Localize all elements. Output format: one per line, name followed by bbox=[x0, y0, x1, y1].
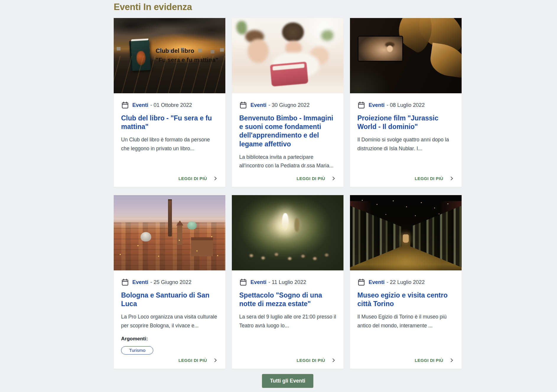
all-events-button[interactable]: Tutti gli Eventi bbox=[262, 374, 313, 388]
read-more-row[interactable]: LEGGI DI PIÙ bbox=[357, 173, 454, 181]
image-caption: Club del libro "Fu sera e fu mattina" bbox=[156, 46, 218, 65]
event-meta: Eventi - 08 Luglio 2022 bbox=[357, 101, 454, 109]
asinelli-tower-graphic bbox=[168, 200, 172, 236]
category-label[interactable]: Eventi bbox=[132, 102, 148, 108]
figure-graphic bbox=[282, 22, 304, 42]
event-image-bologna[interactable] bbox=[114, 195, 225, 270]
chevron-right-icon bbox=[213, 358, 218, 363]
calendar-icon bbox=[357, 101, 365, 109]
read-more-row[interactable]: LEGGI DI PIÙ bbox=[239, 355, 336, 363]
event-date: - 22 Luglio 2022 bbox=[387, 279, 425, 285]
read-more-link[interactable]: LEGGI DI PIÙ bbox=[415, 358, 443, 363]
read-more-row[interactable]: LEGGI DI PIÙ bbox=[121, 173, 218, 181]
event-image-jurassic-world[interactable] bbox=[350, 18, 462, 93]
calendar-icon bbox=[239, 278, 247, 286]
event-meta: Eventi - 25 Giugno 2022 bbox=[121, 278, 218, 286]
event-title-link[interactable]: Museo egizio e visita centro città Torin… bbox=[357, 291, 454, 308]
center-statue-graphic bbox=[403, 234, 409, 243]
topics-label: Argomenti: bbox=[121, 336, 218, 342]
event-excerpt: La sera del 9 luglio alle ore 21:00 pres… bbox=[239, 313, 336, 330]
event-image-sogno-notte-mezza-estate[interactable] bbox=[232, 195, 343, 270]
white-dome-graphic bbox=[141, 232, 151, 241]
bell-tower-graphic bbox=[177, 225, 182, 245]
event-excerpt: Il Dominio si svolge quattro anni dopo l… bbox=[357, 135, 454, 153]
read-more-link[interactable]: LEGGI DI PIÙ bbox=[178, 176, 207, 181]
dinosaur-claw-graphic bbox=[414, 18, 462, 53]
event-title-link[interactable]: Club del libro - "Fu sera e fu mattina" bbox=[121, 114, 218, 131]
event-card: Club del libro "Fu sera e fu mattina" Ev… bbox=[114, 18, 225, 187]
event-image-benvenuto-bimbo[interactable] bbox=[232, 18, 343, 93]
ceiling-lights-graphic bbox=[362, 200, 363, 201]
event-excerpt: Un Club del libro è formato da persone c… bbox=[121, 135, 218, 153]
topic-chip-turismo[interactable]: Turismo bbox=[121, 346, 153, 355]
read-more-link[interactable]: LEGGI DI PIÙ bbox=[297, 176, 325, 181]
event-excerpt: La biblioteca invita a partecipare all'i… bbox=[239, 153, 336, 170]
read-more-row[interactable]: LEGGI DI PIÙ bbox=[121, 355, 218, 363]
dinosaur-claw-graphic bbox=[391, 18, 443, 55]
read-more-link[interactable]: LEGGI DI PIÙ bbox=[297, 358, 325, 363]
category-label[interactable]: Eventi bbox=[369, 279, 385, 285]
plant-graphic bbox=[321, 30, 333, 41]
event-date: - 30 Giugno 2022 bbox=[268, 102, 310, 108]
event-card: Eventi - 08 Luglio 2022 Proiezione film … bbox=[350, 18, 462, 187]
ships-silhouette bbox=[117, 47, 120, 50]
calendar-icon bbox=[239, 101, 247, 109]
city-lights-graphic bbox=[120, 254, 121, 255]
calendar-icon bbox=[121, 101, 129, 109]
painting-figures-graphic bbox=[250, 254, 253, 257]
chevron-right-icon bbox=[331, 358, 336, 363]
event-meta: Eventi - 30 Giugno 2022 bbox=[239, 101, 336, 109]
event-date: - 08 Luglio 2022 bbox=[387, 102, 425, 108]
event-title-link[interactable]: Spettacolo "Sogno di una notte di mezza … bbox=[239, 291, 336, 308]
reading-book-graphic bbox=[270, 62, 308, 87]
featured-events-section: Eventi In evidenza Club del libro "Fu se… bbox=[114, 0, 462, 388]
vehicle-window-graphic bbox=[358, 36, 403, 62]
calendar-icon bbox=[121, 278, 129, 286]
event-date: - 25 Giugno 2022 bbox=[150, 279, 191, 285]
calendar-icon bbox=[357, 278, 365, 286]
read-more-row[interactable]: LEGGI DI PIÙ bbox=[239, 173, 336, 181]
event-meta: Eventi - 11 Luglio 2022 bbox=[239, 278, 336, 286]
event-title-link[interactable]: Proiezione film "Jurassic World - Il dom… bbox=[357, 114, 454, 131]
event-excerpt: Il Museo Egizio di Torino è il museo più… bbox=[357, 313, 454, 330]
read-more-link[interactable]: LEGGI DI PIÙ bbox=[178, 358, 207, 363]
event-card: Eventi - 11 Luglio 2022 Spettacolo "Sogn… bbox=[232, 195, 343, 369]
plant-graphic bbox=[236, 21, 247, 35]
category-label[interactable]: Eventi bbox=[250, 279, 266, 285]
event-card: Eventi - 22 Luglio 2022 Museo egizio e v… bbox=[350, 195, 462, 369]
read-more-link[interactable]: LEGGI DI PIÙ bbox=[415, 176, 443, 181]
event-date: - 11 Luglio 2022 bbox=[268, 279, 306, 285]
event-title-link[interactable]: Bologna e Santuario di San Luca bbox=[121, 291, 218, 308]
chevron-right-icon bbox=[449, 176, 454, 181]
chevron-right-icon bbox=[331, 176, 336, 181]
chevron-right-icon bbox=[449, 358, 454, 363]
event-meta: Eventi - 01 Ottobre 2022 bbox=[121, 101, 218, 109]
book-cover-graphic bbox=[129, 40, 151, 71]
event-image-museo-egizio[interactable] bbox=[350, 195, 462, 270]
read-more-row[interactable]: LEGGI DI PIÙ bbox=[357, 355, 454, 363]
chevron-right-icon bbox=[213, 176, 218, 181]
dinosaur-claw-graphic bbox=[428, 43, 462, 79]
event-meta: Eventi - 22 Luglio 2022 bbox=[357, 278, 454, 286]
category-label[interactable]: Eventi bbox=[132, 279, 148, 285]
section-title: Eventi In evidenza bbox=[114, 2, 462, 12]
event-image-club-del-libro[interactable]: Club del libro "Fu sera e fu mattina" bbox=[114, 18, 225, 93]
event-excerpt: La Pro Loco organizza una visita cultura… bbox=[121, 313, 218, 330]
palace-graphic bbox=[191, 237, 213, 256]
event-date: - 01 Ottobre 2022 bbox=[150, 102, 192, 108]
event-card: Eventi - 30 Giugno 2022 Benvenuto Bimbo … bbox=[232, 18, 343, 187]
event-title-link[interactable]: Benvenuto Bimbo - Immagini e suoni come … bbox=[239, 114, 336, 148]
category-label[interactable]: Eventi bbox=[369, 102, 385, 108]
green-dome-graphic bbox=[187, 221, 197, 229]
events-grid: Club del libro "Fu sera e fu mattina" Ev… bbox=[114, 18, 462, 369]
event-card: Eventi - 25 Giugno 2022 Bologna e Santua… bbox=[114, 195, 225, 369]
figure-graphic bbox=[247, 39, 269, 63]
category-label[interactable]: Eventi bbox=[250, 102, 266, 108]
